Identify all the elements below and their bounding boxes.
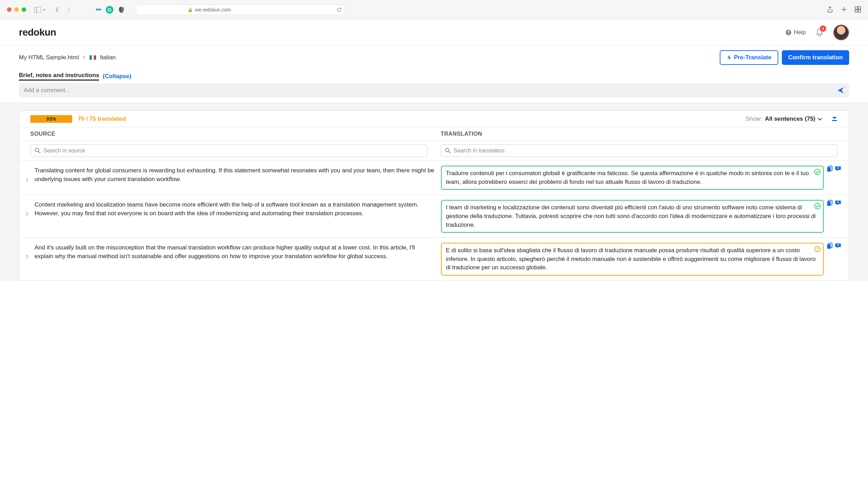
italian-flag-icon: [89, 55, 96, 60]
share-icon[interactable]: [827, 6, 833, 13]
segment-row: 3 And it's usually built on the misconce…: [19, 238, 849, 280]
svg-text:?: ?: [787, 30, 790, 35]
breadcrumb-language: Italian: [100, 54, 115, 61]
add-comment-icon[interactable]: [835, 243, 841, 249]
pretranslate-label: Pre-Translate: [734, 54, 771, 61]
svg-rect-8: [832, 120, 837, 121]
notification-count: 3: [820, 25, 826, 32]
segment-number: 3: [23, 243, 28, 259]
minimize-window-icon[interactable]: [14, 7, 19, 12]
sidebar-toggle-icon[interactable]: [34, 7, 46, 13]
browser-chrome: ••• G 🔒 we.redokun.com: [0, 0, 868, 20]
url-bar[interactable]: 🔒 we.redokun.com: [136, 5, 345, 15]
copy-icon[interactable]: [826, 200, 833, 206]
collapse-link[interactable]: (Collapse): [103, 73, 131, 80]
segment-source-text: Translating content for global consumers…: [35, 166, 435, 183]
logo[interactable]: redokun: [19, 27, 56, 38]
add-comment-icon[interactable]: [835, 200, 841, 206]
refresh-icon[interactable]: [336, 7, 342, 13]
brief-section-header: Brief, notes and instructions (Collapse): [0, 70, 868, 83]
svg-rect-3: [858, 7, 861, 9]
svg-rect-5: [858, 10, 861, 12]
show-label: Show:: [746, 115, 762, 122]
forward-icon[interactable]: [66, 7, 70, 13]
scroll-to-end-icon[interactable]: [831, 116, 838, 122]
svg-point-13: [815, 169, 820, 175]
window-controls: [7, 7, 26, 12]
search-translation-placeholder: Search in translation: [454, 148, 504, 154]
svg-point-16: [815, 203, 820, 209]
new-tab-icon[interactable]: [841, 6, 847, 13]
segment-translation-input[interactable]: Tradurre contenuti per i consumatori glo…: [441, 166, 824, 190]
progress-bar: 93%: [30, 115, 72, 123]
back-icon[interactable]: [55, 7, 59, 13]
bolt-icon: [727, 54, 732, 61]
segment-translation-input[interactable]: E di solito si basa sull'idea sbagliata …: [441, 243, 824, 276]
progress-count: 70 / 75 translated: [78, 115, 126, 122]
confirm-label: Confirm translation: [788, 54, 843, 61]
svg-rect-4: [855, 10, 858, 12]
comment-input[interactable]: Add a comment...: [19, 83, 849, 97]
segment-number: 1: [23, 166, 28, 182]
check-icon: [814, 203, 821, 210]
warning-icon: [814, 246, 821, 253]
help-link[interactable]: ? Help: [785, 29, 806, 36]
segment-number: 2: [23, 200, 28, 216]
lock-icon: 🔒: [188, 7, 193, 12]
breadcrumb-row: My HTML Sample.html > Italian Pre-Transl…: [0, 45, 868, 70]
notification-bell[interactable]: 3: [816, 28, 823, 37]
search-translation-input[interactable]: Search in translation: [441, 144, 838, 157]
search-icon: [445, 148, 451, 153]
add-comment-icon[interactable]: [835, 166, 841, 172]
breadcrumb: My HTML Sample.html > Italian: [19, 54, 116, 61]
copy-icon[interactable]: [826, 166, 833, 172]
chevron-down-icon: [42, 8, 46, 11]
translation-column-header: TRANSLATION: [441, 131, 838, 137]
help-icon: ?: [785, 29, 792, 36]
show-filter-dropdown[interactable]: All sentences (75): [765, 115, 822, 122]
segment-translation-input[interactable]: I team di marketing e localizzazione dei…: [441, 200, 824, 233]
maximize-window-icon[interactable]: [22, 7, 26, 12]
segment-translation-text: Tradurre contenuti per i consumatori glo…: [446, 170, 809, 185]
extension-menu-icon[interactable]: •••: [96, 6, 101, 14]
breadcrumb-separator: >: [82, 54, 86, 61]
app-header: redokun ? Help 3: [0, 20, 868, 45]
chevron-down-icon: [817, 117, 822, 121]
translation-panel: 93% 70 / 75 translated Show: All sentenc…: [19, 111, 849, 281]
confirm-translation-button[interactable]: Confirm translation: [782, 50, 849, 65]
progress-percent: 93%: [46, 116, 56, 122]
svg-rect-0: [34, 7, 41, 13]
segment-translation-text: I team di marketing e localizzazione dei…: [446, 204, 816, 228]
main-area: 93% 70 / 75 translated Show: All sentenc…: [0, 102, 868, 281]
search-icon: [35, 148, 40, 153]
comment-placeholder: Add a comment...: [24, 87, 70, 94]
search-source-input[interactable]: Search in source: [30, 144, 427, 157]
segment-row: 2 Content marketing and localization tea…: [19, 195, 849, 238]
grammarly-icon[interactable]: G: [106, 6, 113, 14]
brief-title: Brief, notes and instructions: [19, 72, 99, 81]
send-icon[interactable]: [837, 87, 844, 94]
svg-point-9: [35, 148, 39, 152]
copy-icon[interactable]: [826, 243, 833, 249]
breadcrumb-file[interactable]: My HTML Sample.html: [19, 54, 79, 61]
progress-row: 93% 70 / 75 translated Show: All sentenc…: [19, 111, 849, 127]
tab-overview-icon[interactable]: [855, 6, 861, 13]
avatar[interactable]: [833, 24, 849, 40]
segment-row: 1 Translating content for global consume…: [19, 160, 849, 195]
segment-source-text: And it's usually built on the misconcept…: [35, 243, 435, 261]
svg-point-11: [446, 148, 449, 152]
pretranslate-button[interactable]: Pre-Translate: [720, 50, 778, 65]
source-column-header: SOURCE: [30, 131, 427, 137]
check-icon: [814, 168, 821, 175]
privacy-shield-icon[interactable]: [118, 6, 125, 13]
search-source-placeholder: Search in source: [43, 148, 85, 154]
url-text: we.redokun.com: [195, 7, 231, 13]
segment-translation-text: E di solito si basa sull'idea sbagliata …: [446, 247, 816, 271]
table-header: SOURCE TRANSLATION: [19, 127, 849, 141]
svg-rect-2: [855, 7, 858, 9]
close-window-icon[interactable]: [7, 7, 12, 12]
svg-line-10: [38, 151, 40, 153]
show-filter-label: All sentences (75): [765, 115, 815, 122]
segment-source-text: Content marketing and localization teams…: [35, 200, 435, 218]
svg-line-12: [449, 151, 450, 153]
